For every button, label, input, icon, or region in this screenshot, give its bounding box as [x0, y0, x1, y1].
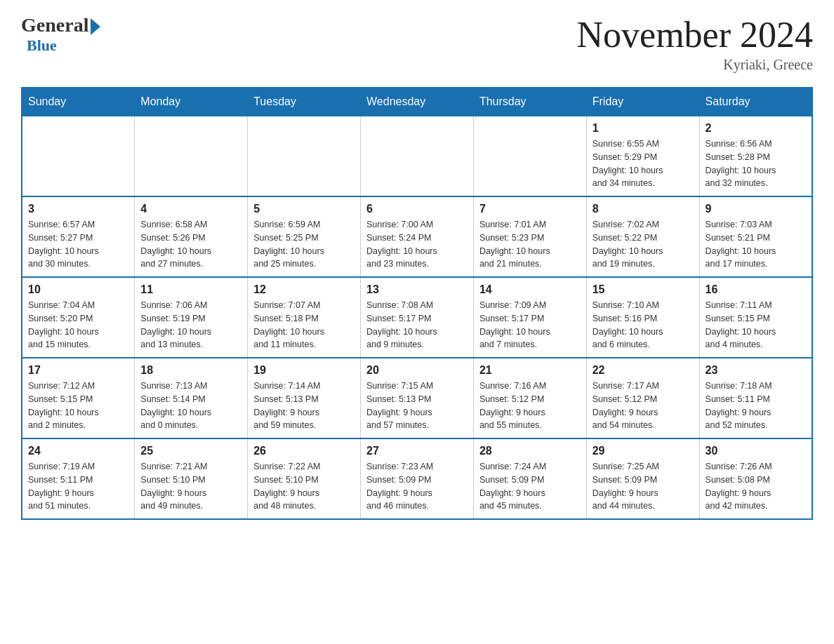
day-header-saturday: Saturday — [699, 88, 812, 116]
day-info: Sunrise: 7:21 AMSunset: 5:10 PMDaylight:… — [140, 460, 241, 513]
day-info: Sunrise: 7:15 AMSunset: 5:13 PMDaylight:… — [366, 380, 468, 432]
day-number: 9 — [706, 203, 806, 215]
week-row-1: 1Sunrise: 6:55 AMSunset: 5:29 PMDaylight… — [22, 116, 812, 196]
calendar-cell: 11Sunrise: 7:06 AMSunset: 5:19 PMDayligh… — [135, 277, 248, 358]
day-info: Sunrise: 7:12 AMSunset: 5:15 PMDaylight:… — [28, 380, 128, 432]
logo-general-text: General — [21, 14, 88, 36]
day-info: Sunrise: 7:16 AMSunset: 5:12 PMDaylight:… — [479, 380, 581, 432]
calendar-cell: 5Sunrise: 6:59 AMSunset: 5:25 PMDaylight… — [248, 196, 361, 277]
day-info: Sunrise: 7:06 AMSunset: 5:19 PMDaylight:… — [140, 299, 241, 351]
calendar-cell: 3Sunrise: 6:57 AMSunset: 5:27 PMDaylight… — [22, 196, 135, 277]
day-info: Sunrise: 6:57 AMSunset: 5:27 PMDaylight:… — [28, 218, 128, 271]
day-number: 29 — [593, 445, 694, 457]
calendar-cell: 7Sunrise: 7:01 AMSunset: 5:23 PMDaylight… — [473, 196, 586, 277]
calendar-cell: 27Sunrise: 7:23 AMSunset: 5:09 PMDayligh… — [361, 438, 474, 519]
day-header-sunday: Sunday — [22, 88, 135, 116]
calendar-cell: 30Sunrise: 7:26 AMSunset: 5:08 PMDayligh… — [699, 438, 812, 519]
day-info: Sunrise: 7:14 AMSunset: 5:13 PMDaylight:… — [253, 380, 355, 432]
calendar-cell: 18Sunrise: 7:13 AMSunset: 5:14 PMDayligh… — [135, 358, 248, 438]
day-info: Sunrise: 7:17 AMSunset: 5:12 PMDaylight:… — [593, 380, 694, 432]
day-headers-row: SundayMondayTuesdayWednesdayThursdayFrid… — [22, 88, 812, 116]
day-info: Sunrise: 7:09 AMSunset: 5:17 PMDaylight:… — [479, 299, 581, 351]
day-info: Sunrise: 7:10 AMSunset: 5:16 PMDaylight:… — [593, 299, 694, 351]
calendar-cell: 22Sunrise: 7:17 AMSunset: 5:12 PMDayligh… — [586, 358, 699, 438]
day-number: 20 — [366, 364, 468, 377]
calendar-table: SundayMondayTuesdayWednesdayThursdayFrid… — [21, 87, 813, 520]
week-row-5: 24Sunrise: 7:19 AMSunset: 5:11 PMDayligh… — [22, 438, 812, 519]
day-number: 30 — [706, 445, 806, 457]
day-header-friday: Friday — [586, 88, 699, 116]
day-number: 7 — [479, 203, 581, 215]
day-info: Sunrise: 7:24 AMSunset: 5:09 PMDaylight:… — [479, 460, 581, 513]
day-info: Sunrise: 7:08 AMSunset: 5:17 PMDaylight:… — [366, 299, 468, 351]
day-number: 1 — [593, 122, 694, 135]
day-info: Sunrise: 7:03 AMSunset: 5:21 PMDaylight:… — [706, 218, 806, 271]
day-number: 17 — [28, 364, 128, 377]
calendar-cell — [22, 116, 135, 196]
day-number: 26 — [253, 445, 355, 457]
calendar-cell — [361, 116, 474, 196]
day-number: 27 — [366, 445, 468, 457]
day-header-wednesday: Wednesday — [361, 88, 474, 116]
day-number: 6 — [366, 203, 468, 215]
calendar-cell: 20Sunrise: 7:15 AMSunset: 5:13 PMDayligh… — [361, 358, 474, 438]
day-header-monday: Monday — [135, 88, 248, 116]
calendar-cell: 9Sunrise: 7:03 AMSunset: 5:21 PMDaylight… — [699, 196, 812, 277]
calendar-cell: 14Sunrise: 7:09 AMSunset: 5:17 PMDayligh… — [473, 277, 586, 358]
calendar-cell: 1Sunrise: 6:55 AMSunset: 5:29 PMDaylight… — [586, 116, 699, 196]
day-number: 25 — [140, 445, 241, 457]
day-info: Sunrise: 7:18 AMSunset: 5:11 PMDaylight:… — [706, 380, 806, 432]
day-number: 8 — [593, 203, 694, 215]
day-number: 12 — [253, 283, 355, 296]
calendar-cell: 24Sunrise: 7:19 AMSunset: 5:11 PMDayligh… — [22, 438, 135, 519]
calendar-cell: 28Sunrise: 7:24 AMSunset: 5:09 PMDayligh… — [473, 438, 586, 519]
day-number: 11 — [140, 283, 241, 296]
calendar-cell: 2Sunrise: 6:56 AMSunset: 5:28 PMDaylight… — [699, 116, 812, 196]
calendar-cell: 12Sunrise: 7:07 AMSunset: 5:18 PMDayligh… — [248, 277, 361, 358]
calendar-cell: 25Sunrise: 7:21 AMSunset: 5:10 PMDayligh… — [135, 438, 248, 519]
title-area: November 2024 Kyriaki, Greece — [577, 14, 813, 73]
location-subtitle: Kyriaki, Greece — [577, 57, 813, 73]
calendar-cell: 4Sunrise: 6:58 AMSunset: 5:26 PMDaylight… — [135, 196, 248, 277]
calendar-cell: 16Sunrise: 7:11 AMSunset: 5:15 PMDayligh… — [699, 277, 812, 358]
calendar-cell — [473, 116, 586, 196]
day-number: 18 — [140, 364, 241, 377]
logo-blue-text: Blue — [27, 36, 57, 55]
calendar-cell: 26Sunrise: 7:22 AMSunset: 5:10 PMDayligh… — [248, 438, 361, 519]
day-number: 21 — [479, 364, 581, 377]
day-info: Sunrise: 7:02 AMSunset: 5:22 PMDaylight:… — [593, 218, 694, 271]
logo-arrow-icon — [91, 18, 100, 35]
day-info: Sunrise: 6:55 AMSunset: 5:29 PMDaylight:… — [593, 137, 694, 190]
calendar-cell: 21Sunrise: 7:16 AMSunset: 5:12 PMDayligh… — [473, 358, 586, 438]
day-number: 4 — [140, 203, 241, 215]
day-info: Sunrise: 7:13 AMSunset: 5:14 PMDaylight:… — [140, 380, 241, 432]
day-info: Sunrise: 7:04 AMSunset: 5:20 PMDaylight:… — [28, 299, 128, 351]
day-info: Sunrise: 7:01 AMSunset: 5:23 PMDaylight:… — [479, 218, 581, 271]
calendar-cell: 19Sunrise: 7:14 AMSunset: 5:13 PMDayligh… — [248, 358, 361, 438]
calendar-cell: 6Sunrise: 7:00 AMSunset: 5:24 PMDaylight… — [361, 196, 474, 277]
calendar-cell: 10Sunrise: 7:04 AMSunset: 5:20 PMDayligh… — [22, 277, 135, 358]
day-number: 14 — [479, 283, 581, 296]
header: General Blue November 2024 Kyriaki, Gree… — [21, 14, 813, 73]
day-info: Sunrise: 7:23 AMSunset: 5:09 PMDaylight:… — [366, 460, 468, 513]
logo: General Blue — [21, 14, 100, 55]
calendar-cell: 15Sunrise: 7:10 AMSunset: 5:16 PMDayligh… — [586, 277, 699, 358]
day-header-tuesday: Tuesday — [248, 88, 361, 116]
day-number: 16 — [706, 283, 806, 296]
day-number: 28 — [479, 445, 581, 457]
day-info: Sunrise: 7:19 AMSunset: 5:11 PMDaylight:… — [28, 460, 128, 513]
day-number: 24 — [28, 445, 128, 457]
calendar-cell: 29Sunrise: 7:25 AMSunset: 5:09 PMDayligh… — [586, 438, 699, 519]
week-row-2: 3Sunrise: 6:57 AMSunset: 5:27 PMDaylight… — [22, 196, 812, 277]
day-info: Sunrise: 7:22 AMSunset: 5:10 PMDaylight:… — [253, 460, 355, 513]
day-info: Sunrise: 6:59 AMSunset: 5:25 PMDaylight:… — [253, 218, 355, 271]
week-row-4: 17Sunrise: 7:12 AMSunset: 5:15 PMDayligh… — [22, 358, 812, 438]
month-year-title: November 2024 — [577, 14, 813, 55]
calendar-cell: 17Sunrise: 7:12 AMSunset: 5:15 PMDayligh… — [22, 358, 135, 438]
calendar-cell — [135, 116, 248, 196]
day-number: 5 — [253, 203, 355, 215]
calendar-cell: 13Sunrise: 7:08 AMSunset: 5:17 PMDayligh… — [361, 277, 474, 358]
day-info: Sunrise: 6:58 AMSunset: 5:26 PMDaylight:… — [140, 218, 241, 271]
day-info: Sunrise: 6:56 AMSunset: 5:28 PMDaylight:… — [706, 137, 806, 190]
calendar-cell — [248, 116, 361, 196]
